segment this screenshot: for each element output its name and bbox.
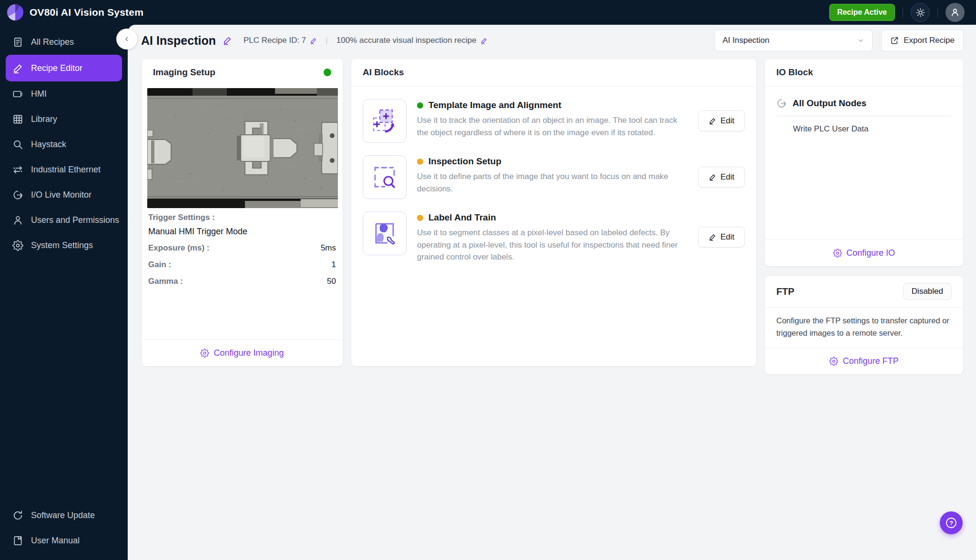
sidebar-item-label: Recipe Editor [31, 63, 82, 73]
sidebar-item-system-settings[interactable]: System Settings [0, 233, 128, 258]
ai-block-item-template-alignment: Template Image and Alignment Use it to t… [351, 87, 756, 143]
sidebar-item-haystack[interactable]: Haystack [0, 132, 128, 157]
sidebar-item-label: HMI [31, 89, 47, 99]
sidebar-item-label: All Recipes [31, 37, 74, 47]
exposure-label: Exposure (ms) : [148, 243, 209, 253]
sidebar-item-hmi[interactable]: HMI [0, 81, 128, 107]
edit-plc-id-icon[interactable] [310, 37, 317, 44]
configure-imaging-button[interactable]: Configure Imaging [142, 340, 343, 366]
help-button[interactable]: ? [940, 511, 963, 534]
io-block-card: IO Block All Output Nodes Write PLC User… [764, 58, 964, 267]
edit-template-alignment-button[interactable]: Edit [698, 110, 745, 131]
gamma-label: Gamma : [148, 277, 183, 286]
page-title: AI Inspection [141, 34, 216, 48]
recipe-select[interactable]: AI Inspection [714, 30, 873, 51]
setting-row-exposure: Exposure (ms) : 5ms [148, 243, 336, 253]
export-recipe-button[interactable]: Export Recipe [881, 30, 964, 51]
divider [903, 7, 903, 18]
export-icon [890, 36, 899, 45]
edit-button-label: Edit [721, 116, 734, 126]
block-title: Label And Train [428, 212, 496, 223]
imaging-settings: Trigger Settings : Manual HMI Trigger Mo… [142, 208, 343, 293]
users-icon [12, 215, 23, 226]
theme-brightness-button[interactable] [911, 3, 930, 22]
person-icon [950, 7, 960, 18]
sidebar-collapse-button[interactable] [116, 29, 137, 50]
sidebar-item-label: System Settings [31, 240, 93, 250]
hmi-icon [12, 89, 23, 100]
gain-label: Gain : [148, 260, 171, 270]
sidebar-item-all-recipes[interactable]: All Recipes [0, 30, 128, 55]
gear-icon [200, 349, 209, 358]
sidebar-item-label: Industrial Ethernet [31, 165, 101, 175]
sidebar-item-recipe-editor[interactable]: Recipe Editor [6, 55, 122, 81]
edit-inspection-setup-button[interactable]: Edit [698, 167, 745, 188]
ftp-title: FTP [776, 286, 794, 297]
output-nodes-icon [776, 98, 787, 109]
question-mark-icon: ? [945, 516, 958, 530]
configure-ftp-button[interactable]: Configure FTP [765, 348, 963, 374]
svg-text:?: ? [949, 520, 953, 527]
gain-value: 1 [332, 260, 336, 270]
page-header: AI Inspection PLC Recipe ID: 7 | 100% ac… [128, 25, 976, 56]
imaging-setup-title: Imaging Setup [153, 67, 215, 78]
edit-label-and-train-button[interactable]: Edit [698, 227, 745, 248]
edit-button-label: Edit [721, 172, 734, 182]
imaging-setup-card: Imaging Setup [141, 58, 343, 367]
output-node-item[interactable]: Write PLC User Data [776, 116, 952, 134]
ftp-card: FTP Disabled Configure the FTP settings … [764, 275, 964, 375]
ai-blocks-title: AI Blocks [363, 67, 404, 78]
label-and-train-icon [363, 211, 407, 255]
sidebar-item-label: Users and Permissions [31, 215, 119, 225]
sidebar-item-io-live-monitor[interactable]: I/O Live Monitor [0, 182, 128, 208]
configure-ftp-label: Configure FTP [843, 356, 898, 366]
chevron-left-icon [123, 36, 130, 42]
block-status-dot [417, 215, 423, 221]
pencil-icon [709, 117, 716, 125]
sidebar-item-library[interactable]: Library [0, 107, 128, 132]
imaging-status-dot [324, 69, 331, 76]
gamma-value: 50 [327, 277, 336, 286]
block-description: Use it to segment classes at a pixel-lev… [417, 227, 688, 263]
manual-icon [12, 535, 23, 546]
block-description: Use it to track the orientation of an ob… [417, 114, 688, 139]
block-status-dot [417, 102, 423, 109]
inspection-setup-icon [363, 155, 407, 199]
plc-recipe-id: PLC Recipe ID: 7 [244, 36, 306, 45]
edit-description-icon[interactable] [480, 37, 488, 44]
app-logo-icon [7, 4, 24, 21]
block-title: Template Image and Alignment [428, 100, 561, 110]
edit-button-label: Edit [721, 232, 734, 242]
main-content: AI Inspection PLC Recipe ID: 7 | 100% ac… [128, 25, 976, 560]
io-block-title: IO Block [776, 67, 813, 78]
gear-icon [833, 249, 842, 258]
topbar: OV80i AI Vision System Recipe Active [0, 0, 976, 25]
sidebar-item-user-manual[interactable]: User Manual [0, 528, 128, 553]
block-status-dot [417, 159, 423, 165]
configure-io-label: Configure IO [846, 248, 895, 258]
trigger-settings-label: Trigger Settings : [148, 213, 336, 222]
sidebar-item-label: Software Update [31, 510, 95, 520]
configure-io-button[interactable]: Configure IO [765, 240, 963, 266]
sidebar-item-software-update[interactable]: Software Update [0, 503, 128, 528]
user-avatar[interactable] [946, 3, 965, 22]
divider [937, 7, 938, 18]
io-monitor-icon [12, 190, 23, 200]
chevron-down-icon [857, 37, 864, 44]
exposure-value: 5ms [321, 243, 336, 253]
pencil-icon [709, 233, 716, 241]
trigger-mode-value: Manual HMI Trigger Mode [148, 227, 336, 237]
search-icon [12, 139, 23, 150]
library-icon [12, 114, 23, 125]
sidebar-item-label: User Manual [31, 536, 80, 546]
sidebar-item-users-permissions[interactable]: Users and Permissions [0, 208, 128, 233]
ai-block-item-label-and-train: Label And Train Use it to segment classe… [351, 199, 756, 263]
block-description: Use it to define parts of the image that… [417, 170, 688, 195]
recipe-active-badge: Recipe Active [829, 4, 895, 21]
setting-row-gain: Gain : 1 [148, 260, 336, 270]
gear-icon [829, 357, 838, 366]
sidebar-item-industrial-ethernet[interactable]: Industrial Ethernet [0, 157, 128, 182]
recipe-select-value: AI Inspection [722, 36, 769, 45]
edit-recipe-name-icon[interactable] [223, 36, 232, 45]
sidebar-item-label: I/O Live Monitor [31, 190, 92, 200]
